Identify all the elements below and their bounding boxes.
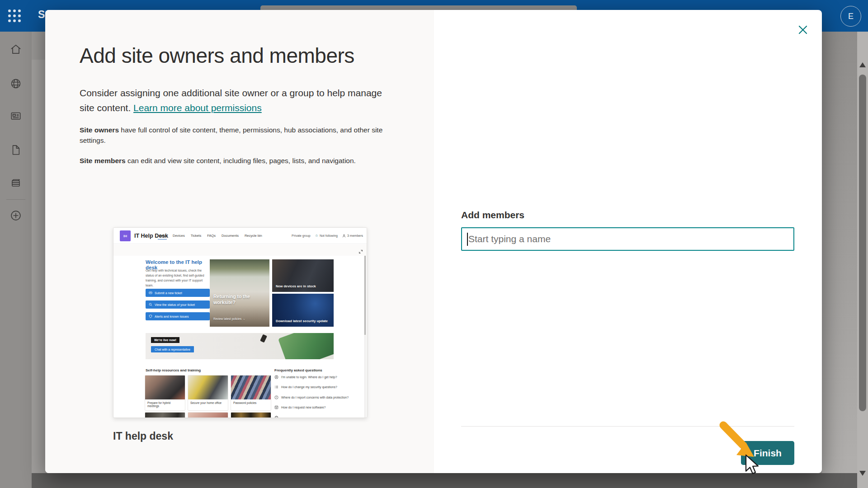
person-question-icon [274, 375, 278, 379]
preview-faq-heading: Frequently asked questions [274, 368, 322, 372]
add-members-input[interactable] [461, 227, 794, 251]
site-template-preview: IH IT Help Desk Home Devices Tickets FAQ… [113, 227, 367, 418]
resource-image-partial [145, 412, 185, 418]
dialog-title: Add site owners and members [80, 43, 354, 68]
chip-image [260, 334, 267, 343]
preview-resource-cards-row2 [145, 412, 271, 418]
home-icon[interactable] [9, 43, 22, 56]
preview-live-badge: We're live now! [151, 337, 179, 343]
scrollbar-down-arrow[interactable] [859, 471, 866, 476]
faq-item: How do I change my security questions? [274, 385, 359, 389]
faq-item-partial [274, 416, 359, 418]
preview-site-logo: IH [120, 230, 131, 241]
preview-members-count: 3 members [347, 234, 363, 237]
preview-hero-worksite-cta: Review latest policies → [213, 317, 245, 320]
preview-hero-devices-image: New devices are in stock [272, 259, 334, 292]
preview-chat-button: Chat with a representative [151, 346, 194, 352]
faq-item: I'm unable to login. Where do I get help… [274, 375, 359, 380]
preview-resource-cards: Prepare for hybrid meetings Secure your … [145, 375, 271, 411]
dimmed-content-right [822, 32, 857, 488]
preview-hero-worksite-image: Returning to the worksite? Review latest… [210, 259, 269, 327]
learn-more-link[interactable]: Learn more about permissions [133, 103, 262, 113]
scrollbar-thumb[interactable] [859, 75, 866, 411]
rail-divider [6, 199, 25, 200]
resource-image-partial [188, 412, 228, 418]
preview-nav-tickets: Tickets [191, 234, 201, 239]
news-icon[interactable] [9, 110, 22, 122]
preview-site-nav: Home Devices Tickets FAQs Documents Recy… [158, 234, 262, 239]
site-owners-rest: have full control of site content, theme… [80, 126, 382, 144]
preview-hero-devices-caption: New devices are in stock [276, 284, 316, 288]
footer-divider [461, 426, 794, 427]
preview-nav-devices: Devices [173, 234, 185, 239]
document-icon[interactable] [9, 144, 22, 156]
preview-site-header: IH IT Help Desk Home Devices Tickets FAQ… [113, 228, 367, 244]
finish-button[interactable]: Finish [741, 441, 794, 465]
expand-preview-icon [359, 248, 363, 252]
globe-icon[interactable] [9, 77, 22, 90]
close-icon[interactable] [796, 23, 810, 37]
preview-submit-ticket-button: Submit a new ticket [146, 289, 210, 297]
preview-live-banner: We're live now! Chat with a representati… [146, 333, 334, 359]
preview-site-meta: Private group ☆Not following 3 members [292, 234, 363, 238]
account-avatar[interactable]: E [840, 6, 861, 27]
resource-card-passwords: Password policies [231, 375, 271, 411]
app-launcher-waffle-icon[interactable] [8, 9, 22, 23]
site-members-term: Site members [80, 157, 126, 164]
app-title-clipped: Sh [38, 9, 46, 24]
preview-welcome-body: Get help with technical issues, check th… [146, 268, 205, 288]
lists-icon[interactable] [9, 177, 22, 189]
resource-card-caption: Prepare for hybrid meetings [145, 399, 185, 410]
faq-item: How do I request new software? [274, 405, 359, 410]
star-icon: ☆ [315, 234, 318, 238]
preview-privacy-label: Private group [292, 234, 311, 237]
preview-toolbar [113, 244, 367, 256]
preview-hero-security-image: Download latest security update [272, 294, 334, 327]
preview-faq-list: I'm unable to login. Where do I get help… [274, 375, 359, 418]
preview-alerts-button: Alerts and known issues [146, 312, 210, 320]
site-owners-description: Site owners have full control of site co… [80, 125, 405, 146]
hybrid-meetings-image [145, 375, 185, 399]
resource-card-caption: Secure your home office [188, 399, 228, 407]
site-members-description: Site members can edit and view site cont… [80, 155, 414, 166]
people-icon [342, 234, 346, 238]
alert-shield-icon [274, 395, 278, 399]
preview-hero-worksite-title: Returning to the worksite? [213, 294, 264, 305]
template-caption: IT help desk [113, 430, 173, 442]
preview-ticket-status-button: View the status of your ticket [146, 300, 210, 309]
faq-item: Where do I report concerns with data pro… [274, 395, 359, 400]
ticket-icon [149, 291, 152, 295]
dimmed-content-bottom [32, 473, 857, 488]
create-site-plus-icon[interactable] [9, 209, 22, 222]
screen: Sh E [0, 0, 868, 488]
resource-card-caption: Password policies [231, 399, 271, 407]
preview-nav-documents: Documents [222, 234, 239, 239]
site-members-rest: can edit and view site content, includin… [126, 157, 356, 164]
password-policies-image [231, 375, 271, 399]
preview-follow-label: Not following [320, 234, 338, 237]
preview-nav-faqs: FAQs [207, 234, 216, 239]
app-rail [0, 32, 32, 488]
home-office-image [188, 375, 228, 399]
search-small-icon [149, 303, 152, 306]
circuit-board-image [278, 333, 334, 359]
globe-small-icon [274, 416, 278, 418]
preview-hero-security-caption: Download latest security update [276, 319, 328, 323]
scrollbar-up-arrow[interactable] [859, 62, 866, 67]
preview-nav-recycle-bin: Recycle bin [245, 234, 262, 239]
preview-resources-heading: Self-help resources and training [146, 368, 201, 372]
resource-image-partial [231, 412, 271, 418]
add-owners-members-dialog: Add site owners and members Consider ass… [45, 10, 822, 473]
shield-icon [149, 314, 152, 318]
preview-nav-home: Home [158, 234, 167, 239]
software-box-icon [274, 405, 278, 409]
add-members-label: Add members [461, 210, 524, 221]
site-owners-term: Site owners [80, 126, 119, 134]
text-caret [467, 233, 468, 246]
preview-scrollbar [364, 256, 366, 418]
resource-card-home-office: Secure your home office [188, 375, 228, 411]
resource-card-hybrid: Prepare for hybrid meetings [145, 375, 185, 411]
dialog-intro: Consider assigning one additional site o… [80, 86, 392, 115]
numbered-list-icon [274, 385, 278, 389]
